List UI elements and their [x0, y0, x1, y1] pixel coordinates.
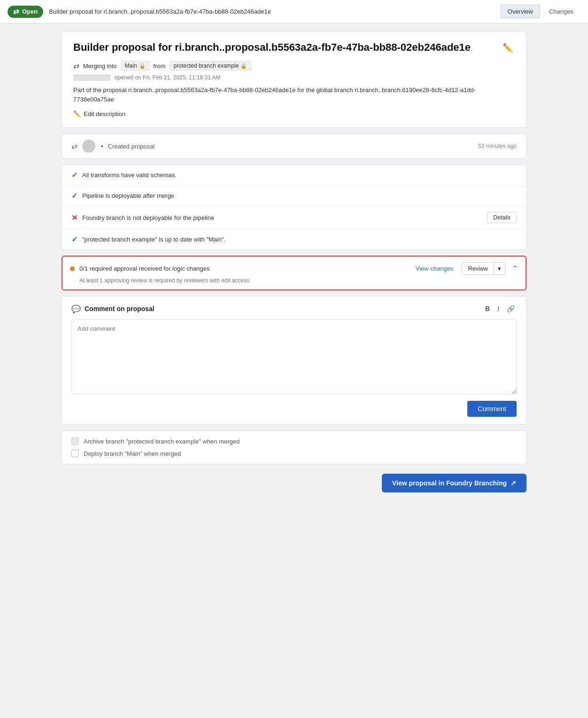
- review-button-group: Review ▾: [462, 262, 505, 275]
- external-link-icon: ↗: [511, 479, 516, 487]
- activity-avatar: [82, 140, 95, 153]
- opened-on-text: opened on Fri, Feb 21, 2025, 11:18:31 AM: [115, 74, 221, 81]
- deploy-checkbox[interactable]: [71, 450, 79, 457]
- comment-submit-button[interactable]: Comment: [467, 401, 517, 417]
- check-pass-icon-protected: ✓: [71, 235, 77, 244]
- comment-textarea[interactable]: [71, 319, 517, 394]
- check-text-protected: "protected branch example" is up to date…: [82, 236, 517, 243]
- details-button[interactable]: Details: [487, 212, 517, 223]
- target-branch-name: Main: [125, 62, 137, 69]
- edit-description-button[interactable]: ✏️ Edit description: [73, 110, 125, 117]
- check-pass-icon-pipeline: ✓: [71, 191, 77, 200]
- merge-info: ⇄ Merging into Main 🔒 from protected bra…: [73, 61, 515, 70]
- comment-card: 💬 Comment on proposal B I 🔗 Comment: [62, 296, 526, 425]
- review-button-chevron[interactable]: ▾: [494, 263, 505, 274]
- source-branch-tag: protected branch example 🔒: [170, 61, 252, 70]
- options-row: Archive branch "protected branch example…: [62, 430, 526, 464]
- bold-button[interactable]: B: [483, 304, 492, 313]
- comment-title-label: Comment on proposal: [85, 305, 155, 312]
- tab-overview[interactable]: Overview: [501, 5, 540, 18]
- check-row-protected: ✓ "protected branch example" is up to da…: [62, 229, 526, 250]
- view-proposal-section: View proposal in Foundry Branching ↗: [62, 470, 526, 496]
- review-button-main[interactable]: Review: [462, 263, 494, 274]
- target-branch-tag: Main 🔒: [121, 61, 150, 70]
- check-row-foundry: ✕ Foundry branch is not deployable for t…: [62, 206, 526, 229]
- open-badge-label: Open: [22, 8, 38, 15]
- opened-by-row: opened on Fri, Feb 21, 2025, 11:18:31 AM: [73, 74, 515, 81]
- merging-into-label: Merging into: [83, 62, 117, 70]
- activity-event: Created proposal: [108, 143, 155, 150]
- source-branch-lock-icon: 🔒: [240, 63, 247, 69]
- top-bar: ⇄ Open Builder proposal for ri.branch..p…: [0, 0, 588, 23]
- approval-expand-icon[interactable]: ⌃: [512, 264, 518, 273]
- approval-sub-text: At least 1 approving review is required …: [79, 277, 518, 284]
- edit-title-icon[interactable]: ✏️: [501, 41, 515, 55]
- check-text-foundry: Foundry branch is not deployable for the…: [82, 214, 482, 221]
- option-archive: Archive branch "protected branch example…: [71, 437, 517, 445]
- comment-title: 💬 Comment on proposal: [71, 304, 155, 313]
- comment-toolbar: B I 🔗: [483, 304, 517, 313]
- check-row-pipeline: ✓ Pipeline is deployable after merge: [62, 186, 526, 206]
- link-button[interactable]: 🔗: [505, 304, 517, 313]
- from-label: from: [154, 62, 166, 70]
- archive-label: Archive branch "protected branch example…: [84, 438, 240, 445]
- activity-time: 53 minutes ago: [478, 143, 517, 149]
- top-bar-tabs: Overview Changes: [501, 5, 580, 18]
- activity-merge-icon: ⇄: [71, 142, 77, 151]
- check-text-pipeline: Pipeline is deployable after merge: [82, 192, 517, 199]
- source-branch-name: protected branch example: [174, 62, 239, 69]
- view-changes-link[interactable]: View changes: [416, 265, 454, 272]
- activity-row: ⇄ • Created proposal 53 minutes ago: [62, 133, 526, 159]
- edit-description-label: Edit description: [84, 110, 125, 117]
- deploy-label: Deploy branch "Main" when merged: [84, 450, 181, 457]
- target-branch-lock-icon: 🔒: [139, 63, 146, 69]
- view-proposal-button[interactable]: View proposal in Foundry Branching ↗: [382, 474, 526, 492]
- top-bar-title: Builder proposal for ri.branch..proposal…: [49, 8, 495, 15]
- check-pass-icon-transforms: ✓: [71, 171, 77, 180]
- open-badge: ⇄ Open: [8, 6, 43, 18]
- comment-bubble-icon: 💬: [71, 304, 81, 313]
- option-deploy: Deploy branch "Main" when merged: [71, 450, 517, 457]
- check-text-transforms: All transforms have valid schemas.: [82, 172, 517, 179]
- edit-pencil-icon: ✏️: [73, 110, 81, 117]
- proposal-description: Part of the proposal ri.branch..proposal…: [73, 86, 515, 104]
- approval-pending-dot: [70, 266, 75, 271]
- view-proposal-label: View proposal in Foundry Branching: [392, 479, 507, 487]
- approval-row: 0/1 required approval received for logic…: [62, 256, 526, 290]
- main-content: Builder proposal for ri.branch..proposal…: [62, 23, 526, 515]
- user-avatar-placeholder: [73, 74, 111, 81]
- italic-button[interactable]: I: [495, 304, 501, 313]
- approval-text: 0/1 required approval received for logic…: [79, 265, 411, 272]
- merge-icon: ⇄: [13, 8, 19, 16]
- proposal-header-card: Builder proposal for ri.branch..proposal…: [62, 31, 526, 128]
- check-row-transforms: ✓ All transforms have valid schemas.: [62, 165, 526, 186]
- comment-footer: Comment: [71, 401, 517, 417]
- tab-changes[interactable]: Changes: [542, 5, 580, 18]
- proposal-title-row: Builder proposal for ri.branch..proposal…: [73, 41, 515, 55]
- archive-checkbox: [71, 437, 79, 445]
- checks-card: ✓ All transforms have valid schemas. ✓ P…: [62, 164, 526, 250]
- check-fail-icon-foundry: ✕: [71, 213, 77, 222]
- comment-header: 💬 Comment on proposal B I 🔗: [71, 304, 517, 313]
- merge-icon-green: ⇄: [73, 62, 79, 70]
- proposal-title-text: Builder proposal for ri.branch..proposal…: [73, 41, 495, 55]
- activity-dot: •: [101, 143, 103, 150]
- approval-top: 0/1 required approval received for logic…: [70, 262, 518, 275]
